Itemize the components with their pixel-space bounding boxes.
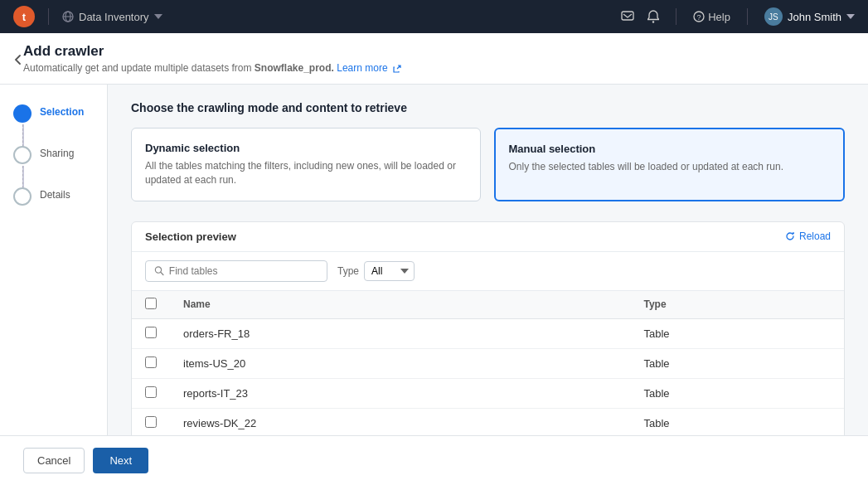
selection-cards: Dynamic selection All the tables matchin… bbox=[131, 128, 845, 201]
messages-icon[interactable] bbox=[621, 10, 634, 23]
select-all-checkbox[interactable] bbox=[145, 298, 157, 309]
top-navigation: t Data Inventory ? Help JS John Smith bbox=[0, 0, 868, 33]
form-area: Choose the crawling mode and content to … bbox=[108, 85, 868, 435]
cancel-button[interactable]: Cancel bbox=[23, 448, 85, 473]
search-input[interactable] bbox=[169, 265, 318, 277]
app-logo[interactable]: t bbox=[13, 6, 35, 27]
step-3-circle bbox=[13, 187, 32, 206]
nav-divider bbox=[48, 8, 49, 25]
svg-point-4 bbox=[652, 21, 654, 22]
chevron-down-icon bbox=[846, 14, 855, 19]
preview-title: Selection preview bbox=[145, 230, 236, 243]
search-icon bbox=[154, 265, 164, 276]
step-details[interactable]: Details bbox=[13, 187, 94, 206]
row-type: Table bbox=[630, 318, 844, 348]
page-header: Add crawler Automatically get and update… bbox=[0, 33, 868, 85]
tables-list: Name Type orders-FR_18 Table items-US_20… bbox=[132, 291, 844, 435]
page-title: Add crawler bbox=[23, 43, 401, 60]
header-checkbox-col bbox=[132, 291, 170, 319]
row-checkbox-1[interactable] bbox=[145, 356, 157, 368]
dynamic-card-description: All the tables matching the filters, inc… bbox=[145, 159, 467, 187]
globe-icon bbox=[62, 11, 74, 22]
svg-line-8 bbox=[161, 272, 163, 274]
next-button[interactable]: Next bbox=[93, 448, 148, 473]
type-filter: Type All Table View bbox=[337, 261, 415, 281]
row-type: Table bbox=[630, 348, 844, 378]
dynamic-card-title: Dynamic selection bbox=[145, 142, 467, 154]
help-icon: ? bbox=[693, 11, 705, 22]
svg-rect-3 bbox=[622, 12, 633, 20]
back-button[interactable] bbox=[7, 48, 30, 71]
notifications-icon[interactable] bbox=[647, 10, 659, 23]
manual-card-description: Only the selected tables will be loaded … bbox=[509, 160, 831, 174]
search-box[interactable] bbox=[145, 260, 327, 282]
help-button[interactable]: ? Help bbox=[693, 11, 730, 23]
row-name: reports-IT_23 bbox=[170, 378, 630, 408]
footer-actions: Cancel Next bbox=[0, 435, 868, 485]
row-checkbox-2[interactable] bbox=[145, 386, 157, 398]
step-2-label: Sharing bbox=[40, 146, 74, 159]
app-name-button[interactable]: Data Inventory bbox=[62, 11, 162, 23]
external-link-icon bbox=[393, 65, 401, 73]
dynamic-selection-card[interactable]: Dynamic selection All the tables matchin… bbox=[131, 128, 481, 201]
preview-section: Selection preview Reload bbox=[131, 221, 845, 435]
type-select[interactable]: All Table View bbox=[364, 261, 415, 281]
step-3-label: Details bbox=[40, 187, 70, 201]
table-row: reviews-DK_22 Table bbox=[132, 408, 844, 435]
step-2-circle bbox=[13, 146, 32, 164]
reload-button[interactable]: Reload bbox=[785, 230, 831, 242]
row-type: Table bbox=[630, 408, 844, 435]
row-name: reviews-DK_22 bbox=[170, 408, 630, 435]
stepper: Selection Sharing Details bbox=[0, 85, 108, 435]
step-1-label: Selection bbox=[40, 104, 84, 118]
learn-more-link[interactable]: Learn more bbox=[337, 62, 387, 74]
page-subtitle: Automatically get and update multiple da… bbox=[23, 62, 401, 74]
header-name: Name bbox=[170, 291, 630, 319]
table-row: orders-FR_18 Table bbox=[132, 318, 844, 348]
step-1-circle bbox=[13, 104, 32, 123]
svg-text:?: ? bbox=[697, 13, 701, 22]
header-type: Type bbox=[630, 291, 844, 319]
user-menu[interactable]: JS John Smith bbox=[764, 7, 855, 26]
manual-selection-card[interactable]: Manual selection Only the selected table… bbox=[494, 128, 846, 201]
section-title: Choose the crawling mode and content to … bbox=[131, 101, 845, 114]
row-checkbox-3[interactable] bbox=[145, 416, 157, 428]
row-name: items-US_20 bbox=[170, 348, 630, 378]
row-checkbox-0[interactable] bbox=[145, 327, 157, 338]
manual-card-title: Manual selection bbox=[509, 143, 831, 155]
table-row: items-US_20 Table bbox=[132, 348, 844, 378]
step-sharing[interactable]: Sharing bbox=[13, 146, 94, 164]
table-row: reports-IT_23 Table bbox=[132, 378, 844, 408]
row-type: Table bbox=[630, 378, 844, 408]
chevron-down-icon bbox=[154, 14, 162, 19]
row-name: orders-FR_18 bbox=[170, 318, 630, 348]
reload-icon bbox=[785, 231, 795, 241]
avatar: JS bbox=[764, 7, 783, 26]
step-selection[interactable]: Selection bbox=[13, 104, 94, 123]
nav-actions: ? Help JS John Smith bbox=[621, 7, 855, 26]
